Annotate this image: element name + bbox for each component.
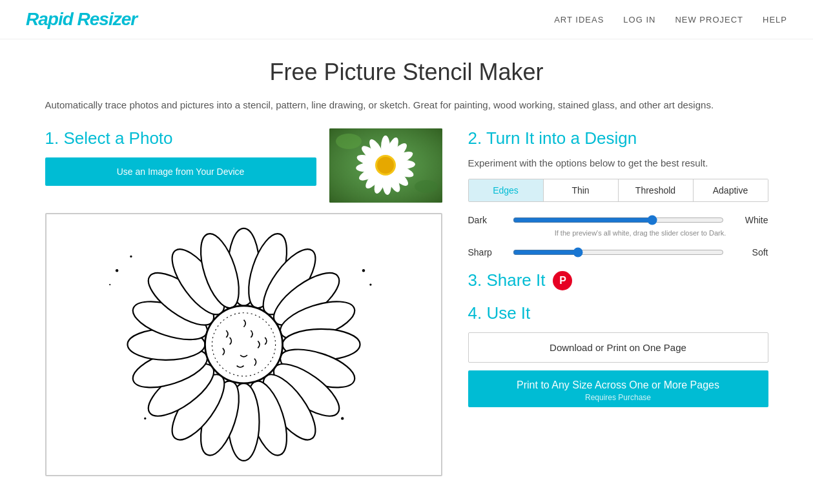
svg-point-49: [369, 283, 371, 285]
print-multipage-button[interactable]: Print to Any Size Across One or More Pag…: [468, 370, 768, 407]
svg-point-20: [336, 134, 362, 149]
logo[interactable]: Rapid Resizer: [26, 9, 137, 30]
step4-heading: 4. Use It: [468, 303, 768, 323]
print-btn-label: Print to Any Size Across One or More Pag…: [517, 379, 719, 390]
step2-heading: 2. Turn It into a Design: [468, 128, 768, 148]
step3-heading: 3. Share It: [468, 270, 546, 290]
svg-point-46: [130, 256, 132, 257]
tab-edges[interactable]: Edges: [469, 179, 544, 201]
two-column-layout: 1. Select a Photo Use an Image from Your…: [45, 128, 768, 476]
sharp-soft-slider[interactable]: [513, 247, 724, 257]
dark-label: Dark: [468, 215, 504, 225]
step1-heading: 1. Select a Photo: [45, 128, 316, 148]
dark-white-slider-row: Dark White: [468, 215, 768, 225]
page-subtitle: Automatically trace photos and pictures …: [45, 97, 768, 113]
nav-help[interactable]: HELP: [763, 15, 787, 25]
thumbnail-svg: [329, 128, 442, 203]
navbar: Rapid Resizer ART IDEAS LOG IN NEW PROJE…: [0, 0, 813, 39]
step2-description: Experiment with the options below to get…: [468, 157, 768, 168]
select-photo-left: 1. Select a Photo Use an Image from Your…: [45, 128, 316, 186]
nav-art-ideas[interactable]: ART IDEAS: [554, 15, 604, 25]
upload-button[interactable]: Use an Image from Your Device: [45, 157, 316, 186]
page-title: Free Picture Stencil Maker: [45, 59, 768, 86]
tab-adaptive[interactable]: Adaptive: [694, 179, 768, 201]
svg-point-48: [362, 269, 364, 272]
main-content: Free Picture Stencil Maker Automatically…: [19, 39, 794, 496]
select-photo-header: 1. Select a Photo Use an Image from Your…: [45, 128, 442, 203]
tab-threshold[interactable]: Threshold: [619, 179, 694, 201]
right-column: 2. Turn It into a Design Experiment with…: [468, 128, 768, 407]
soft-label: Soft: [733, 247, 768, 257]
svg-point-43: [205, 306, 282, 383]
photo-thumbnail: [329, 128, 442, 203]
stencil-svg: [46, 214, 441, 475]
design-tabs: Edges Thin Threshold Adaptive: [468, 179, 768, 202]
slider-hint: If the preview's all white, drag the sli…: [513, 229, 768, 237]
nav-new-project[interactable]: NEW PROJECT: [675, 15, 743, 25]
print-btn-sub: Requires Purchase: [477, 393, 759, 402]
svg-point-21: [415, 180, 438, 193]
svg-point-45: [115, 269, 118, 272]
share-section: 3. Share It P: [468, 270, 768, 290]
download-print-button[interactable]: Download or Print on One Page: [468, 332, 768, 363]
left-column: 1. Select a Photo Use an Image from Your…: [45, 128, 442, 476]
nav-links: ART IDEAS LOG IN NEW PROJECT HELP: [554, 15, 787, 25]
svg-point-19: [377, 157, 394, 174]
stencil-preview-box: [45, 213, 442, 476]
sharp-soft-slider-row: Sharp Soft: [468, 247, 768, 257]
nav-login[interactable]: LOG IN: [623, 15, 655, 25]
tab-thin[interactable]: Thin: [544, 179, 619, 201]
pinterest-button[interactable]: P: [553, 271, 572, 290]
dark-white-slider[interactable]: [513, 215, 724, 225]
sharp-label: Sharp: [468, 247, 504, 257]
svg-point-50: [144, 418, 146, 419]
use-it-section: 4. Use It Download or Print on One Page …: [468, 303, 768, 407]
white-label: White: [733, 215, 768, 225]
pinterest-icon-label: P: [559, 275, 566, 287]
svg-point-51: [341, 417, 344, 419]
svg-point-47: [109, 284, 110, 285]
